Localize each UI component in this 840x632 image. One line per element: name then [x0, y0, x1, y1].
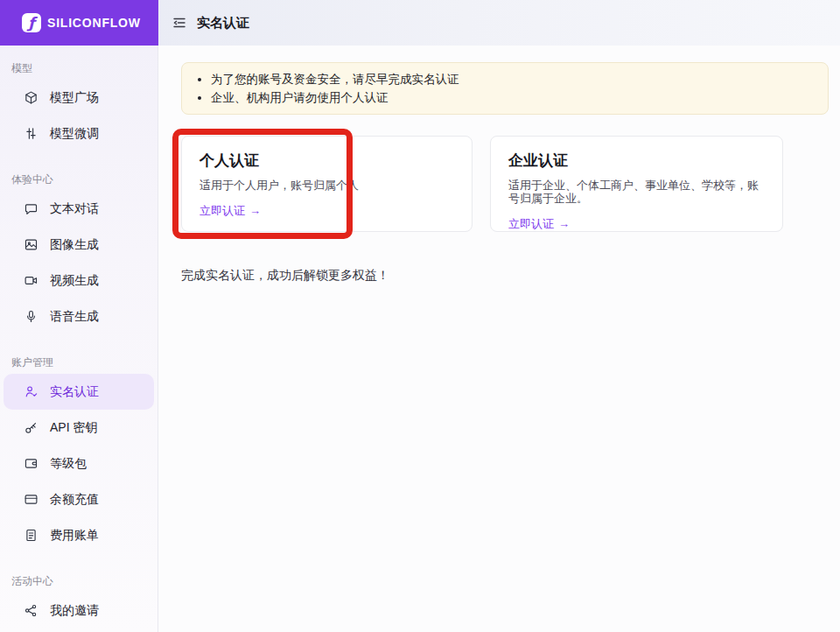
sidebar-item-label: 余额充值: [50, 492, 99, 508]
bill-icon: [24, 528, 38, 543]
sidebar-item-video-generation[interactable]: 视频生成: [4, 263, 154, 298]
tune-icon: [24, 126, 38, 141]
sidebar-item-realname-auth[interactable]: 实名认证: [4, 374, 154, 410]
sidebar: ƒ SILICONFLOW 模型 模型广场 模型微调 体验中心 文本对话 图像生…: [0, 0, 158, 632]
arrow-right-icon: →: [558, 218, 570, 230]
collapse-sidebar-button[interactable]: [172, 15, 187, 31]
sidebar-section-activity: 活动中心: [11, 574, 158, 589]
sidebar-item-balance-recharge[interactable]: 余额充值: [4, 481, 154, 517]
topbar: 实名认证: [158, 0, 840, 46]
sidebar-item-label: 图像生成: [50, 237, 99, 253]
sidebar-item-billing[interactable]: 费用账单: [4, 517, 154, 553]
cube-icon: [24, 90, 38, 105]
user-check-icon: [24, 384, 38, 399]
notice-line: 为了您的账号及资金安全，请尽早完成实名认证: [211, 70, 814, 88]
sidebar-item-label: 模型微调: [50, 126, 99, 142]
enterprise-auth-title: 企业认证: [508, 152, 765, 170]
image-icon: [24, 237, 38, 252]
notice-banner: 为了您的账号及资金安全，请尽早完成实名认证 企业、机构用户请勿使用个人认证: [181, 62, 829, 115]
chat-icon: [24, 201, 38, 216]
sidebar-item-label: 实名认证: [50, 384, 99, 400]
personal-auth-link[interactable]: 立即认证 →: [200, 205, 261, 217]
sidebar-item-tier-package[interactable]: 等级包: [4, 446, 154, 481]
benefits-note: 完成实名认证，成功后解锁更多权益！: [181, 268, 840, 284]
sidebar-item-model-plaza[interactable]: 模型广场: [4, 80, 154, 116]
sidebar-item-label: API 密钥: [50, 420, 97, 436]
credit-card-icon: [24, 492, 38, 507]
enterprise-auth-link-label: 立即认证: [508, 218, 554, 230]
sidebar-section-account: 账户管理: [11, 355, 158, 370]
sidebar-item-label: 视频生成: [50, 273, 99, 289]
enterprise-auth-link[interactable]: 立即认证 →: [508, 218, 570, 230]
sidebar-item-label: 模型广场: [50, 90, 99, 106]
auth-cards-row: 个人认证 适用于个人用户，账号归属个人 立即认证 → 企业认证 适用于企业、个体…: [181, 136, 840, 232]
personal-auth-title: 个人认证: [200, 152, 454, 170]
sidebar-item-label: 等级包: [50, 456, 87, 472]
main-content: 为了您的账号及资金安全，请尽早完成实名认证 企业、机构用户请勿使用个人认证 个人…: [158, 46, 840, 632]
notice-line: 企业、机构用户请勿使用个人认证: [211, 88, 814, 107]
sidebar-item-api-keys[interactable]: API 密钥: [4, 410, 154, 446]
sidebar-section-models: 模型: [11, 61, 158, 76]
sidebar-item-my-invites[interactable]: 我的邀请: [4, 593, 154, 628]
arrow-right-icon: →: [249, 205, 261, 217]
enterprise-auth-card: 企业认证 适用于企业、个体工商户、事业单位、学校等，账号归属于企业。 立即认证 …: [490, 136, 783, 232]
sidebar-item-label: 我的邀请: [50, 603, 99, 619]
sidebar-item-label: 语音生成: [50, 309, 99, 325]
page-title: 实名认证: [197, 15, 249, 32]
brand-wordmark: SILICONFLOW: [47, 16, 141, 30]
video-icon: [24, 273, 38, 288]
key-icon: [24, 420, 38, 435]
sidebar-item-label: 费用账单: [50, 528, 99, 544]
wallet-icon: [24, 456, 38, 471]
personal-auth-link-label: 立即认证: [200, 205, 245, 217]
brand-logo-icon: ƒ: [22, 13, 41, 32]
brand-logo[interactable]: ƒ SILICONFLOW: [0, 0, 158, 46]
mic-icon: [24, 309, 38, 324]
sidebar-section-playground: 体验中心: [11, 172, 158, 187]
personal-auth-description: 适用于个人用户，账号归属个人: [200, 179, 454, 192]
sidebar-item-model-finetune[interactable]: 模型微调: [4, 116, 154, 151]
sidebar-item-image-generation[interactable]: 图像生成: [4, 227, 154, 263]
sidebar-item-audio-generation[interactable]: 语音生成: [4, 298, 154, 334]
share-icon: [24, 603, 38, 618]
enterprise-auth-description: 适用于企业、个体工商户、事业单位、学校等，账号归属于企业。: [508, 179, 765, 205]
sidebar-item-text-chat[interactable]: 文本对话: [4, 191, 154, 227]
sidebar-item-label: 文本对话: [50, 201, 99, 217]
personal-auth-card: 个人认证 适用于个人用户，账号归属个人 立即认证 →: [181, 136, 472, 232]
menu-fold-icon: [172, 15, 187, 31]
